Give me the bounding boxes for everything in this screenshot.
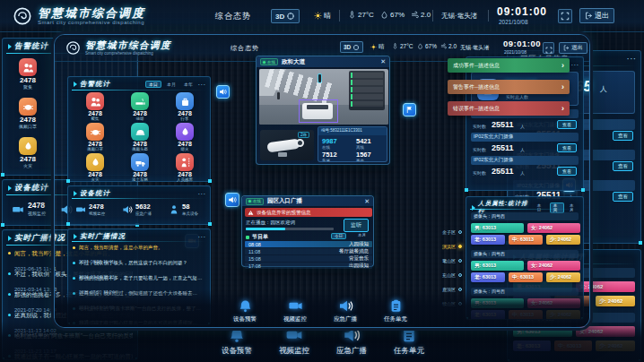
panel-menu-button[interactable]: ··· [627,55,637,63]
close-icon[interactable]: ✕ [380,58,386,65]
dock-item-video-monitor[interactable]: 视频监控 [274,298,317,323]
attr-chip-mid[interactable]: 中: 63013 [509,272,543,282]
location-label[interactable]: 无锡·鼋头渚 [441,12,477,21]
schedule-row[interactable]: 08:08 入园须知 [245,241,372,247]
bullet-icon [8,314,11,316]
nav-item-overview[interactable]: 综合态势 [215,11,251,22]
toolbar-divider [339,10,340,22]
toast-success[interactable]: 成功事件--描述信息 › [448,58,570,73]
tab-month[interactable]: 本月 [164,82,178,87]
weather-label: 晴 [379,43,385,51]
close-icon[interactable]: ✕ [364,198,370,205]
alarm-tile[interactable]: 2478 聚集 [6,58,49,90]
tab-month[interactable]: 本月 [567,203,579,212]
dock-item-video-monitor[interactable]: 视频监控 [269,326,319,357]
attr-chip-young[interactable]: 少: 24062 [596,296,635,306]
tab-today[interactable]: 本日 [145,81,161,88]
view-button[interactable]: 查看 [557,120,577,129]
attr-chip-female[interactable]: 女: 24062 [527,223,580,233]
attr-chip-young[interactable]: 少: 24062 [546,272,580,282]
dock-item-label: 视频监控 [279,346,309,357]
camera-popup-header[interactable]: 在线 政和大道 ✕ [257,56,389,67]
alarm-tile[interactable]: 2478佩戴头盔 [118,123,161,151]
alarm-tile[interactable]: 2478抽烟 [118,92,161,121]
tab-year[interactable]: 本年 [181,82,196,87]
tab-today[interactable]: 本日 [535,203,547,212]
attr-chip-old[interactable]: 老: 63013 [471,235,505,245]
alarm-tile[interactable]: 2478 火灾 [6,137,49,168]
attr-chip-mid[interactable]: 中: 63013 [509,235,543,245]
tab-month[interactable]: 本月 [355,233,369,239]
temperature-value: 27°C [358,11,374,19]
tab-today[interactable]: 今日 [331,233,346,239]
pedestrian-bbox [318,74,321,82]
exit-button[interactable]: 退出 [579,8,614,23]
exit-button[interactable]: 退出 [559,42,587,54]
view-button[interactable]: 查看 [613,161,633,171]
map-marker-speaker[interactable] [216,85,230,99]
schedule-row[interactable]: 15:08 背景音乐 [245,255,372,262]
schedule-row[interactable]: 17:08 出园须知 [245,263,372,269]
view-button[interactable]: 查看 [557,143,577,152]
schedule-row[interactable]: 11:08 餐厅就餐消息 [245,248,372,254]
dock-item-task[interactable]: 任务单元 [384,326,434,357]
video-feed[interactable] [259,69,388,125]
attr-chip-male[interactable]: 男: 63013 [471,261,524,271]
zone-dot-icon [458,259,462,263]
alarm-tile-value: 2478 [88,171,102,177]
dock-item-task[interactable]: 任务单元 [374,298,417,323]
attr-chip-male[interactable]: 男: 63013 [471,223,524,233]
playback-progress-track[interactable] [246,228,334,230]
camera-icon [75,204,86,215]
view-3d-toggle[interactable]: 3D [340,41,363,53]
panel-menu-button[interactable]: ··· [198,191,206,196]
speaker-popup-title: 园区入口广播 [267,197,302,205]
panel-menu-button[interactable]: ··· [198,234,206,239]
toast-warning[interactable]: 警告事件--描述信息 › [448,80,570,94]
zone-item[interactable]: 充山区 [422,268,462,282]
attr-chip-female[interactable]: 女: 24062 [527,261,580,271]
alarm-tile[interactable]: 2478行李 [163,92,206,121]
panel-menu-button[interactable]: ··· [571,62,579,67]
toast-error[interactable]: 错误事件--描述信息 › [448,101,570,116]
alarm-tile[interactable]: 2478聚集 [74,92,117,121]
alarm-tile[interactable]: 2478 佩戴口罩 [6,98,49,129]
view-button[interactable]: 查看 [613,192,633,202]
map-marker-speaker[interactable] [225,193,239,207]
view-3d-toggle[interactable]: 3D [271,9,300,23]
fullscreen-button[interactable] [558,9,572,23]
alarm-tile[interactable]: 2478人员越界 [163,153,206,182]
alarm-tile[interactable]: 2478佩戴口罩 [74,123,117,151]
view-button[interactable]: 查看 [613,131,633,141]
nav-item-overview[interactable]: 综合态势 [231,44,259,53]
attr-chip-young[interactable]: 少: 24062 [546,235,580,245]
zone-item[interactable]: 金子区 [422,225,462,239]
zone-item-active[interactable]: 演浜区 [422,239,462,254]
view-button[interactable]: 查看 [557,167,577,176]
panel-arrow-icon [8,44,12,49]
schedule-label: 入园须知 [349,241,369,247]
dock-item-broadcast[interactable]: 应急广播 [324,298,367,323]
pedestrian-art [277,92,280,99]
camera-group-header: 摄像头：四号西 [471,250,579,258]
panel-menu-button[interactable]: ··· [198,82,206,87]
alert-device-icon [228,326,246,344]
fg-people-panel: 园区人员信息··· 55665 人 实时总人数 IP02东北大门摄像 实时数 2… [466,56,584,191]
dock-item-device-alert[interactable]: 设备预警 [212,326,262,357]
attr-chip-old[interactable]: 老: 63013 [471,272,505,282]
dock-item-device-alert[interactable]: 设备预警 [223,298,266,323]
temperature-status: 27°C [392,43,413,49]
dock-item-broadcast[interactable]: 应急广播 [326,326,377,357]
speaker-popup-header[interactable]: 在线 园区入口广播 ✕ [242,196,373,206]
alarm-tile[interactable]: 2478火灾 [74,153,117,182]
alarm-tile[interactable]: 2478烟火 [163,123,206,151]
location-label[interactable]: 无锡·鼋头渚 [460,44,489,52]
map-marker-flag[interactable] [403,103,416,116]
vehicle-art [302,103,333,119]
tab-week[interactable] [348,233,353,239]
bullet-icon [8,272,11,275]
listen-button[interactable]: 监听 [344,219,369,232]
zone-item[interactable]: 鼋山区 [422,254,462,268]
alarm-tile[interactable]: 2478渣土车辆 [118,153,161,182]
fullscreen-button[interactable] [543,42,554,54]
